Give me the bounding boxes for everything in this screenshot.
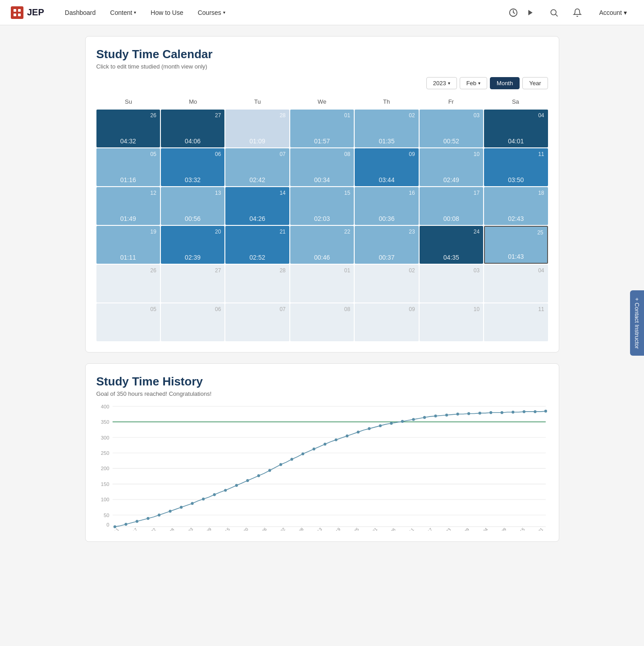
calendar-cell-date: 24 — [423, 229, 480, 235]
calendar-cell[interactable]: 06 — [161, 303, 224, 341]
notifications-icon-btn[interactable] — [569, 5, 585, 21]
calendar-cell[interactable]: 1901:11 — [96, 226, 160, 264]
calendar-cell[interactable]: 0903:44 — [355, 148, 418, 186]
study-time-calendar-card: Study Time Calendar Click to edit time s… — [85, 36, 559, 353]
calendar-cell-time: 00:37 — [358, 254, 415, 261]
calendar-cell[interactable]: 27 — [161, 265, 224, 302]
account-button[interactable]: Account ▾ — [593, 5, 633, 20]
svg-point-60 — [489, 411, 492, 414]
calendar-cell[interactable]: 1802:43 — [484, 187, 548, 225]
calendar-cell[interactable]: 2102:52 — [225, 226, 289, 264]
calendar-cell[interactable]: 2801:09 — [225, 110, 289, 147]
svg-text:300: 300 — [100, 435, 109, 440]
nav-dashboard[interactable]: Dashboard — [59, 5, 102, 20]
calendar-cell[interactable]: 1103:50 — [484, 148, 548, 186]
nav-how-to-use[interactable]: How to Use — [144, 5, 189, 20]
svg-text:350: 350 — [100, 419, 109, 425]
calendar-cell[interactable]: 11 — [484, 303, 548, 341]
calendar-cell-date: 01 — [294, 112, 350, 119]
calendar-cell[interactable]: 0501:16 — [96, 148, 160, 186]
calendar-cell-date: 07 — [229, 151, 285, 157]
calendar-cell[interactable]: 0603:32 — [161, 148, 224, 186]
calendar-cell[interactable]: 0702:42 — [225, 148, 289, 186]
nav-courses[interactable]: Courses ▾ — [192, 5, 232, 20]
calendar-cell[interactable]: 1700:08 — [420, 187, 483, 225]
calendar-cell[interactable]: 09 — [355, 303, 418, 341]
calendar-cell-date: 14 — [229, 190, 285, 196]
svg-text:Oct 28: Oct 28 — [163, 527, 175, 531]
svg-text:Jan 06: Jan 06 — [384, 527, 396, 531]
month-select-btn[interactable]: Feb ▾ — [460, 77, 487, 89]
logo[interactable]: JEP — [11, 6, 44, 19]
calendar-cell-date: 05 — [100, 306, 156, 312]
search-icon-btn[interactable] — [546, 5, 562, 21]
courses-chevron-icon: ▾ — [223, 10, 225, 15]
calendar-cell-date: 12 — [100, 190, 156, 196]
calendar-cell[interactable]: 10 — [420, 303, 483, 341]
calendar-cell-time: 03:50 — [488, 176, 544, 183]
svg-point-27 — [124, 523, 127, 526]
calendar-cell[interactable]: 26 — [96, 265, 160, 302]
calendar-cell-date: 27 — [164, 267, 221, 274]
calendar-cell[interactable]: 04 — [484, 265, 548, 302]
svg-point-51 — [390, 422, 393, 425]
year-select-btn[interactable]: 2023 ▾ — [426, 77, 457, 89]
calendar-cell-date: 03 — [423, 267, 480, 274]
calendar-grid: Su Mo Tu We Th Fr Sa 2604:322704:062801:… — [96, 96, 548, 341]
navigation: JEP Dashboard Content ▾ How to Use Cours… — [0, 0, 644, 25]
calendar-cell[interactable]: 0404:01 — [484, 110, 548, 147]
svg-point-35 — [213, 493, 215, 496]
svg-text:Nov 20: Nov 20 — [236, 527, 249, 531]
calendar-cell[interactable]: 08 — [290, 303, 354, 341]
svg-text:Feb 15: Feb 15 — [513, 527, 525, 531]
svg-point-40 — [268, 469, 271, 472]
year-view-btn[interactable]: Year — [522, 77, 548, 89]
svg-text:Dec 08: Dec 08 — [292, 527, 304, 531]
calendar-cell[interactable]: 02 — [355, 265, 418, 302]
calendar-cell[interactable]: 0101:57 — [290, 110, 354, 147]
calendar-cell[interactable]: 2200:46 — [290, 226, 354, 264]
nav-content[interactable]: Content ▾ — [104, 5, 142, 20]
play-icon-btn[interactable] — [522, 5, 539, 21]
calendar-cell[interactable]: 28 — [225, 265, 289, 302]
calendar-cell[interactable]: 07 — [225, 303, 289, 341]
calendar-cell[interactable]: 1201:49 — [96, 187, 160, 225]
calendar-cell[interactable]: 2300:37 — [355, 226, 418, 264]
calendar-cell-date: 17 — [423, 190, 480, 196]
day-header-mo: Mo — [161, 96, 225, 109]
calendar-cell[interactable]: 1502:03 — [290, 187, 354, 225]
month-chevron-icon: ▾ — [478, 81, 480, 86]
calendar-cell[interactable]: 05 — [96, 303, 160, 341]
svg-text:Dec 31: Dec 31 — [365, 527, 378, 531]
svg-text:Nov 26: Nov 26 — [255, 527, 267, 531]
calendar-cell[interactable]: 2501:43 — [484, 226, 548, 264]
calendar-cell[interactable]: 0201:35 — [355, 110, 418, 147]
svg-point-62 — [512, 411, 514, 413]
calendar-cell[interactable]: 0300:52 — [420, 110, 483, 147]
calendar-cell[interactable]: 0800:34 — [290, 148, 354, 186]
month-view-btn[interactable]: Month — [490, 77, 520, 89]
calendar-cell[interactable]: 1600:36 — [355, 187, 418, 225]
clock-icon-btn[interactable] — [505, 5, 521, 21]
calendar-cell[interactable]: 1404:26 — [225, 187, 289, 225]
calendar-cell-date: 02 — [358, 112, 415, 119]
calendar-cell-date: 10 — [423, 151, 480, 157]
calendar-cell[interactable]: 2002:39 — [161, 226, 224, 264]
svg-point-47 — [346, 435, 348, 437]
calendar-cell-date: 23 — [358, 229, 415, 235]
svg-text:Jan 23: Jan 23 — [439, 527, 452, 531]
calendar-cell-time: 00:46 — [294, 254, 350, 261]
day-header-su: Su — [96, 96, 161, 109]
calendar-cell[interactable]: 03 — [420, 265, 483, 302]
calendar-cell[interactable]: 2604:32 — [96, 110, 160, 147]
calendar-cell[interactable]: 2404:35 — [420, 226, 483, 264]
svg-text:Dec 13: Dec 13 — [310, 527, 323, 531]
svg-text:250: 250 — [100, 450, 109, 456]
svg-point-48 — [356, 431, 359, 433]
calendar-cell-date: 11 — [488, 306, 544, 312]
calendar-cell[interactable]: 2704:06 — [161, 110, 224, 147]
calendar-cell[interactable]: 01 — [290, 265, 354, 302]
contact-instructor-btn[interactable]: + Contact Instructor — [630, 290, 644, 356]
calendar-cell[interactable]: 1300:56 — [161, 187, 224, 225]
calendar-cell[interactable]: 1002:49 — [420, 148, 483, 186]
